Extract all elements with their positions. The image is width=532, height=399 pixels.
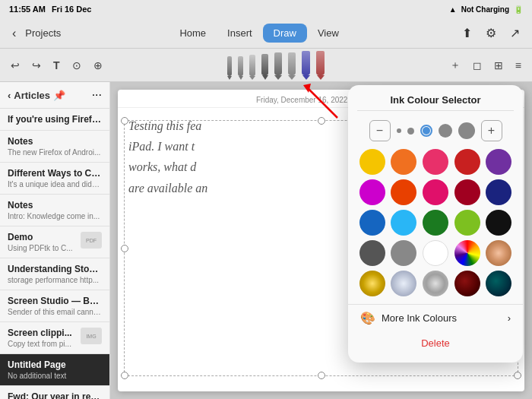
pen-tool-8[interactable]: [314, 49, 327, 81]
text-button[interactable]: T: [49, 56, 65, 74]
pen-tool-1[interactable]: [225, 53, 234, 81]
swatch-magenta[interactable]: [359, 179, 385, 205]
handle-bm[interactable]: [318, 372, 325, 379]
add-element-button[interactable]: ⊕: [89, 56, 107, 74]
swatch-medium-gray[interactable]: [391, 240, 416, 266]
handle-br[interactable]: [514, 372, 521, 379]
pen-tool-6[interactable]: [286, 51, 298, 81]
main-content: ‹ Articles 📌 ··· If you're using Firefox…: [0, 82, 532, 399]
status-bar: 11:55 AM Fri 16 Dec ▲ Not Charging 🔋: [0, 0, 532, 18]
pen-tool-5[interactable]: [272, 51, 284, 81]
pin-icon: 📌: [53, 90, 65, 101]
nav-tabs: Home Insert Draw View: [65, 24, 453, 43]
swatch-red-galaxy[interactable]: [454, 271, 480, 296]
handle-bl[interactable]: [121, 372, 128, 379]
swatch-orange-red[interactable]: [391, 179, 416, 205]
top-toolbar: ‹ Projects Home Insert Draw View ⬆ ⚙ ↗: [0, 18, 532, 49]
thumb-img: IMG: [81, 328, 102, 344]
sidebar: ‹ Articles 📌 ··· If you're using Firefox…: [0, 82, 110, 399]
swatch-white[interactable]: [423, 240, 448, 266]
more-options-icon[interactable]: ···: [92, 88, 102, 102]
size-minus-button[interactable]: −: [369, 120, 391, 141]
color-grid: [348, 149, 523, 301]
swatch-navy[interactable]: [486, 179, 511, 205]
sidebar-item-3[interactable]: Notes Intro: Knowledge come in...: [0, 195, 109, 226]
time-label: 11:55 AM: [9, 5, 46, 14]
swatch-black[interactable]: [486, 210, 511, 236]
share-button[interactable]: ⬆: [458, 23, 477, 43]
size-dot-2[interactable]: [407, 128, 414, 135]
pen-tool-2[interactable]: [236, 53, 245, 81]
sidebar-item-9[interactable]: Fwd: Our year in revi... ---------- Forw…: [0, 386, 109, 399]
selection-mode-button[interactable]: ⊞: [489, 56, 508, 74]
swatch-purple[interactable]: [486, 149, 511, 175]
sidebar-item-1[interactable]: Notes The new Firefox of Androi...: [0, 131, 109, 163]
wifi-icon: ▲: [449, 5, 457, 14]
swatch-rainbow[interactable]: [454, 240, 480, 266]
sidebar-header: ‹ Articles 📌 ···: [0, 82, 109, 109]
pen-tool-4[interactable]: [259, 51, 271, 81]
size-dot-3[interactable]: [420, 125, 432, 137]
settings-button[interactable]: ⚙: [481, 23, 501, 43]
ink-colour-popup: Ink Colour Selector − +: [348, 85, 523, 363]
swatch-dark-red[interactable]: [454, 179, 480, 205]
pen-tool-7[interactable]: [299, 49, 312, 81]
sidebar-title: Articles: [14, 90, 50, 101]
sidebar-item-0[interactable]: If you're using Firefox for And...: [0, 109, 109, 131]
handle-ml[interactable]: [121, 245, 128, 252]
swatch-rose-gold[interactable]: [486, 240, 511, 266]
back-label[interactable]: Projects: [25, 27, 61, 39]
swatch-orange[interactable]: [391, 149, 416, 175]
back-button[interactable]: ‹: [8, 24, 21, 43]
swatch-royal-blue[interactable]: [359, 210, 385, 236]
sidebar-item-2[interactable]: Different Ways to Capt... It's a unique …: [0, 163, 109, 195]
swatch-red[interactable]: [454, 149, 480, 175]
palette-icon: 🎨: [360, 311, 375, 325]
nav-draw[interactable]: Draw: [263, 24, 307, 43]
add-tool-button[interactable]: ＋: [445, 55, 465, 75]
lasso-button[interactable]: ⊙: [68, 56, 86, 74]
back-arrow-icon[interactable]: ‹: [8, 90, 11, 101]
size-plus-button[interactable]: +: [481, 120, 502, 141]
delete-button[interactable]: Delete: [348, 331, 523, 355]
nav-view[interactable]: View: [307, 24, 350, 43]
swatch-silver[interactable]: [423, 271, 448, 296]
nav-home[interactable]: Home: [169, 24, 217, 43]
sidebar-item-5[interactable]: Understanding Stora... storage performan…: [0, 258, 109, 290]
swatch-pink-red[interactable]: [423, 149, 448, 175]
swatch-dark-gray[interactable]: [359, 240, 385, 266]
page-date: Friday, December 16, 2022: [256, 96, 347, 104]
sidebar-item-7[interactable]: IMG Screen clippi... Copy text from pi..…: [0, 322, 109, 354]
battery-icon: 🔋: [514, 5, 523, 14]
redo-button[interactable]: ↪: [27, 56, 46, 74]
more-colours-label: More Ink Colours: [382, 312, 457, 324]
swatch-hot-pink[interactable]: [423, 179, 448, 205]
undo-button[interactable]: ↩: [6, 56, 24, 74]
swatch-yellow[interactable]: [359, 149, 385, 175]
swatch-teal-galaxy[interactable]: [486, 271, 511, 296]
canvas-area: Friday, December 16, 2022 2:04 AM Testin…: [110, 82, 532, 399]
swatch-lime[interactable]: [454, 210, 480, 236]
more-colours-button[interactable]: 🎨 More Ink Colours ›: [348, 304, 523, 331]
swatch-sky-blue[interactable]: [391, 210, 416, 236]
size-dot-4[interactable]: [439, 124, 452, 138]
sidebar-item-8[interactable]: Untitled Page No additional text: [0, 354, 109, 386]
sidebar-item-6[interactable]: Screen Studio — Be... Sender of this ema…: [0, 290, 109, 322]
swatch-light-silver[interactable]: [391, 271, 416, 296]
swatch-gold[interactable]: [359, 271, 385, 296]
size-dot-5[interactable]: [458, 122, 475, 139]
swatch-green[interactable]: [423, 210, 448, 236]
chevron-right-icon: ›: [508, 312, 511, 324]
popup-title: Ink Colour Selector: [348, 85, 523, 110]
more-colours-label-group: 🎨 More Ink Colours: [360, 311, 457, 325]
date-label: Fri 16 Dec: [52, 5, 92, 14]
export-button[interactable]: ↗: [505, 23, 524, 43]
overflow-button[interactable]: ≡: [511, 56, 526, 74]
pen-tool-3[interactable]: [247, 52, 258, 81]
shapes-button[interactable]: ◻: [468, 56, 486, 74]
nav-insert[interactable]: Insert: [217, 24, 263, 43]
size-dot-1[interactable]: [397, 128, 401, 133]
popup-divider: [357, 110, 514, 111]
sidebar-item-4[interactable]: PDF Demo Using PDFtk to C...: [0, 226, 109, 258]
size-selector: − +: [348, 117, 523, 149]
